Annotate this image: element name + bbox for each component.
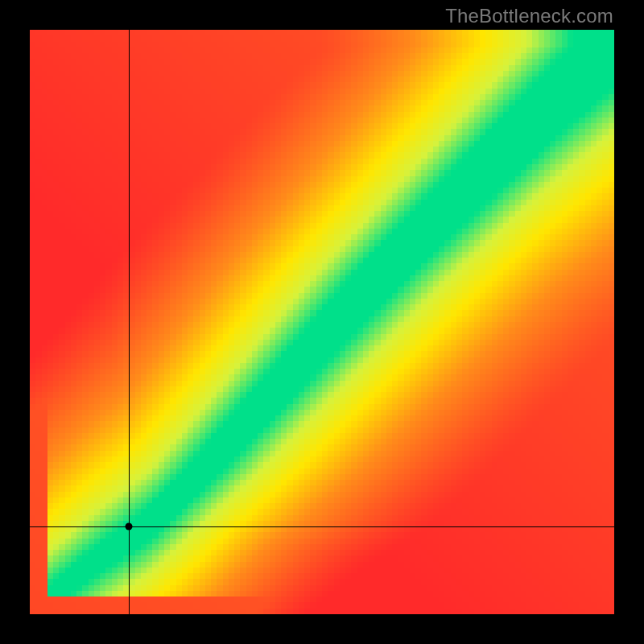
- crosshair-horizontal: [30, 526, 614, 527]
- marker-point: [126, 523, 133, 530]
- chart-frame: TheBottleneck.com: [0, 0, 644, 644]
- watermark-text: TheBottleneck.com: [445, 5, 613, 27]
